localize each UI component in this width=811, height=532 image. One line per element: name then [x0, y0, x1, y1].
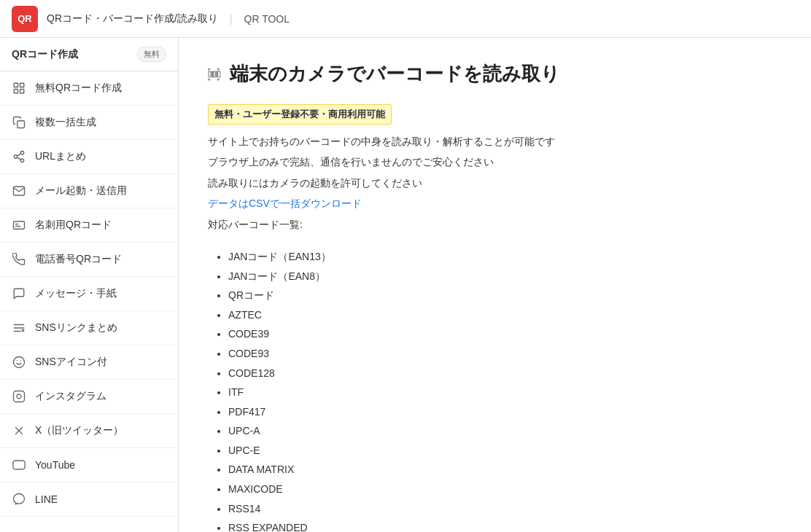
- sidebar-item-label: LINE: [35, 493, 58, 505]
- smile-icon: [12, 355, 26, 369]
- barcode-list-item: DATA MATRIX: [228, 460, 782, 480]
- sidebar-item-label: SNSリンクまとめ: [35, 321, 117, 335]
- desc-line-1: ブラウザ上のみで完結、通信を行いませんのでご安心ください: [208, 154, 782, 170]
- message-icon: [12, 286, 26, 301]
- svg-point-18: [14, 357, 25, 368]
- barcode-list-item: AZTEC: [228, 305, 782, 325]
- grid-icon: [12, 81, 26, 95]
- free-badge: 無料: [137, 47, 166, 62]
- youtube-icon: [12, 458, 26, 472]
- sidebar-item-label: 複数一括生成: [35, 116, 96, 129]
- svg-rect-29: [218, 71, 221, 77]
- highlight-text: 無料・ユーザー登録不要・商用利用可能: [208, 104, 392, 125]
- barcode-list-item: RSS EXPANDED: [228, 518, 782, 532]
- svg-rect-21: [14, 391, 25, 402]
- svg-line-8: [17, 157, 20, 160]
- x-icon: [12, 423, 26, 438]
- svg-rect-0: [14, 83, 18, 87]
- desc-line-3: データはCSVで一括ダウンロード: [208, 195, 782, 211]
- card-icon: [12, 218, 26, 232]
- description: サイト上でお持ちのバーコードの中身を読み取り・解析することが可能です ブラウザ上…: [208, 133, 782, 232]
- barcode-list-item: RSS14: [228, 499, 782, 519]
- barcode-list-item: CODE39: [228, 324, 782, 344]
- main-content: 端末のカメラでバーコードを読み取り 無料・ユーザー登録不要・商用利用可能 サイト…: [179, 38, 811, 532]
- phone-icon: [12, 252, 26, 267]
- header-subtitle: QR TOOL: [244, 13, 290, 25]
- copy-icon: [12, 115, 26, 130]
- header-divider: |: [230, 13, 233, 25]
- barcode-list-item: UPC-A: [228, 421, 782, 441]
- sidebar-item-message[interactable]: メッセージ・手紙: [0, 277, 178, 311]
- svg-rect-3: [20, 90, 24, 93]
- sidebar-item-label: 電話番号QRコード: [35, 253, 122, 266]
- highlight-bar: 無料・ユーザー登録不要・商用利用可能: [208, 104, 782, 133]
- sidebar-item-free-qr[interactable]: 無料QRコード作成: [0, 71, 178, 106]
- sidebar-item-label: メール起動・送信用: [35, 184, 127, 197]
- sidebar-section-header: QRコード作成 無料: [0, 38, 178, 71]
- barcode-list-item: PDF417: [228, 402, 782, 422]
- svg-rect-26: [212, 71, 213, 77]
- svg-rect-1: [20, 83, 24, 87]
- sidebar-item-sns-icon[interactable]: SNSアイコン付: [0, 345, 178, 380]
- sidebar-item-phone[interactable]: 電話番号QRコード: [0, 243, 178, 277]
- desc-line-2: 読み取りにはカメラの起動を許可してください: [208, 175, 782, 191]
- sidebar: QRコード作成 無料 無料QRコード作成 複数一括生成 URLまとめ: [0, 38, 179, 532]
- main-layout: QRコード作成 無料 無料QRコード作成 複数一括生成 URLまとめ: [0, 38, 811, 532]
- sidebar-item-label: URLまとめ: [35, 150, 86, 163]
- header-title: QRコード・バーコード作成/読み取り: [47, 12, 218, 26]
- logo-text: QR: [18, 13, 32, 24]
- sidebar-item-instagram[interactable]: インスタグラム: [0, 380, 178, 414]
- desc-line-0: サイト上でお持ちのバーコードの中身を読み取り・解析することが可能です: [208, 133, 782, 149]
- barcode-list: JANコード（EAN13）JANコード（EAN8）QRコードAZTECCODE3…: [208, 247, 782, 532]
- barcode-list-item: CODE128: [228, 364, 782, 383]
- sidebar-item-label: メッセージ・手紙: [35, 287, 117, 300]
- barcode-list-item: CODE93: [228, 344, 782, 364]
- sns-links-icon: [12, 321, 26, 335]
- barcode-list-item: JANコード（EAN8）: [228, 267, 782, 286]
- sidebar-item-label: インスタグラム: [35, 390, 106, 403]
- barcode-list-item: ITF: [228, 383, 782, 402]
- share-icon: [12, 149, 26, 164]
- barcode-list-section: JANコード（EAN13）JANコード（EAN8）QRコードAZTECCODE3…: [208, 247, 782, 532]
- sidebar-item-label: X（旧ツイッター）: [35, 424, 123, 437]
- sidebar-item-label: 名刺用QRコード: [35, 219, 112, 232]
- logo[interactable]: QR: [12, 6, 38, 32]
- barcode-scan-icon: [208, 63, 221, 86]
- sidebar-item-line[interactable]: LINE: [0, 482, 178, 517]
- line-icon: [12, 492, 26, 506]
- sidebar-item-label: 無料QRコード作成: [35, 82, 122, 95]
- svg-rect-4: [18, 121, 25, 128]
- sidebar-item-bulk-gen[interactable]: 複数一括生成: [0, 106, 178, 140]
- svg-rect-27: [214, 71, 216, 77]
- sidebar-item-twitter-x[interactable]: X（旧ツイッター）: [0, 414, 178, 448]
- mail-icon: [12, 184, 26, 198]
- svg-rect-2: [14, 90, 18, 93]
- sidebar-item-youtube[interactable]: YouTube: [0, 448, 178, 482]
- sidebar-section-label: QRコード作成: [12, 48, 78, 61]
- svg-marker-24: [18, 463, 20, 467]
- instagram-icon: [12, 389, 26, 404]
- barcode-list-item: MAXICODE: [228, 480, 782, 499]
- svg-rect-25: [209, 71, 211, 77]
- sidebar-item-sns-links[interactable]: SNSリンクまとめ: [0, 311, 178, 345]
- sidebar-item-mail[interactable]: メール起動・送信用: [0, 174, 178, 208]
- svg-line-9: [17, 154, 20, 156]
- svg-point-22: [17, 394, 21, 399]
- barcode-list-item: JANコード（EAN13）: [228, 247, 782, 267]
- sidebar-item-url-summary[interactable]: URLまとめ: [0, 140, 178, 174]
- page-heading: 端末のカメラでバーコードを読み取り: [208, 61, 782, 87]
- sidebar-item-meishi[interactable]: 名刺用QRコード: [0, 208, 178, 243]
- svg-point-23: [22, 394, 23, 394]
- sidebar-item-label: SNSアイコン付: [35, 356, 107, 369]
- desc-line-4: 対応バーコード一覧:: [208, 216, 782, 232]
- svg-rect-28: [216, 71, 217, 77]
- page-title: 端末のカメラでバーコードを読み取り: [230, 61, 560, 87]
- barcode-list-item: QRコード: [228, 286, 782, 305]
- header: QR QRコード・バーコード作成/読み取り | QR TOOL: [0, 0, 811, 38]
- svg-rect-10: [14, 222, 25, 230]
- barcode-list-item: UPC-E: [228, 441, 782, 461]
- sidebar-item-label: YouTube: [35, 459, 75, 471]
